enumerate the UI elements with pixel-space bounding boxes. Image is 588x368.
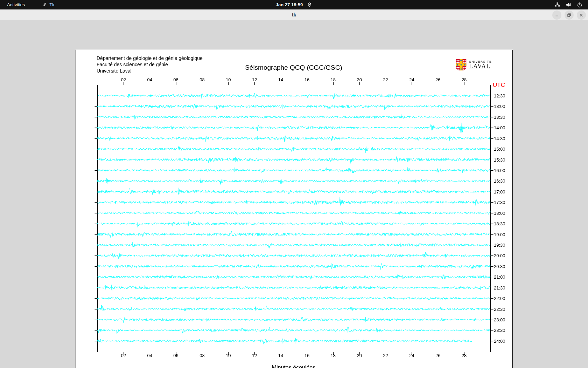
desktop: Activities Tk Jan 27 18:59 xyxy=(0,0,588,368)
window-title: tk xyxy=(0,9,588,20)
laval-wordmark: UNIVERSITÉ LAVAL xyxy=(469,59,492,72)
window-controls xyxy=(552,11,586,20)
utc-axis-label: UTC xyxy=(493,82,505,89)
trace-time-label: 23:30 xyxy=(494,328,505,333)
header-line-1: Département de géologie et de génie géol… xyxy=(97,55,203,61)
x-tick-bottom: 06 xyxy=(173,353,178,358)
x-tick-top: 28 xyxy=(462,77,467,82)
network-wired-icon xyxy=(554,2,560,8)
top-bar-left: Activities Tk xyxy=(0,0,55,9)
trace-time-label: 13:30 xyxy=(494,115,505,120)
x-tick-bottom: 22 xyxy=(383,353,388,358)
clock-menu[interactable]: Jan 27 18:59 xyxy=(276,0,312,9)
x-tick-bottom: 16 xyxy=(304,353,309,358)
trace-time-label: 13:00 xyxy=(494,104,505,109)
notifications-muted-icon xyxy=(307,2,312,7)
universite-laval-logo: UNIVERSITÉ LAVAL xyxy=(455,59,492,72)
trace-time-label: 16:00 xyxy=(494,168,505,173)
top-bar: Activities Tk Jan 27 18:59 xyxy=(0,0,588,9)
x-tick-bottom: 10 xyxy=(226,353,231,358)
x-tick-bottom: 02 xyxy=(121,353,126,358)
x-tick-top: 12 xyxy=(252,77,257,82)
trace-time-label: 19:30 xyxy=(494,243,505,248)
trace-time-label: 18:30 xyxy=(494,221,505,226)
window-content: Département de géologie et de génie géol… xyxy=(0,20,588,368)
volume-icon xyxy=(566,2,572,8)
trace-time-label: 12:30 xyxy=(494,93,505,98)
trace-time-label: 15:30 xyxy=(494,157,505,163)
system-status-area[interactable] xyxy=(554,0,588,9)
focused-app-menu[interactable]: Tk xyxy=(42,2,54,7)
x-tick-bottom: 12 xyxy=(252,353,257,358)
trace-time-label: 22:30 xyxy=(494,307,505,312)
trace-time-label: 21:30 xyxy=(494,285,505,291)
x-tick-top: 14 xyxy=(278,77,283,82)
x-tick-bottom: 28 xyxy=(462,353,467,358)
trace-time-label: 17:30 xyxy=(494,200,505,205)
close-button[interactable] xyxy=(577,11,586,20)
trace-time-label: 16:30 xyxy=(494,178,505,184)
activities-button[interactable]: Activities xyxy=(7,2,25,7)
x-tick-top: 20 xyxy=(357,77,362,82)
trace-time-label: 20:30 xyxy=(494,264,505,269)
x-tick-top: 18 xyxy=(331,77,336,82)
header-line-2: Faculté des sciences et de génie xyxy=(97,61,203,68)
maximize-button[interactable] xyxy=(565,11,574,20)
x-tick-bottom: 14 xyxy=(278,353,283,358)
seismograph-panel: Département de géologie et de génie géol… xyxy=(76,50,513,368)
x-tick-top: 08 xyxy=(200,77,204,82)
x-tick-top: 26 xyxy=(435,77,440,82)
seismograph-plot xyxy=(76,50,512,368)
app-name-label: Tk xyxy=(49,2,54,7)
x-tick-top: 06 xyxy=(173,77,178,82)
x-tick-top: 02 xyxy=(121,77,126,82)
trace-time-label: 21:00 xyxy=(494,274,505,280)
x-tick-bottom: 26 xyxy=(435,353,440,358)
trace-time-label: 18:00 xyxy=(494,211,505,216)
trace-time-label: 22:00 xyxy=(494,296,505,301)
trace-time-label: 23:00 xyxy=(494,317,505,322)
x-tick-top: 22 xyxy=(383,77,388,82)
x-axis-label: Minutes écoulées xyxy=(272,364,316,368)
institution-header: Département de géologie et de génie géol… xyxy=(97,55,203,74)
logo-laval-label: LAVAL xyxy=(469,63,492,69)
trace-time-label: 14:30 xyxy=(494,136,505,141)
window-titlebar: tk xyxy=(0,9,588,20)
x-tick-top: 16 xyxy=(304,77,309,82)
x-tick-bottom: 20 xyxy=(357,353,362,358)
trace-time-label: 14:00 xyxy=(494,125,505,130)
power-icon xyxy=(577,2,582,8)
laval-shield-icon xyxy=(455,59,467,72)
trace-time-label: 17:00 xyxy=(494,189,505,195)
header-line-3: Université Laval xyxy=(97,68,203,74)
x-tick-bottom: 08 xyxy=(200,353,204,358)
x-tick-top: 24 xyxy=(409,77,414,82)
x-tick-top: 10 xyxy=(226,77,231,82)
trace-time-label: 19:00 xyxy=(494,232,505,237)
x-tick-bottom: 18 xyxy=(331,353,336,358)
x-tick-bottom: 24 xyxy=(409,353,414,358)
x-tick-top: 04 xyxy=(147,77,152,82)
trace-time-label: 20:00 xyxy=(494,253,505,258)
x-tick-bottom: 04 xyxy=(147,353,152,358)
minimize-button[interactable] xyxy=(552,11,561,20)
tk-app-icon xyxy=(42,2,47,7)
clock-label: Jan 27 18:59 xyxy=(276,2,303,7)
chart-title: Séismographe QCQ (CGC/GSC) xyxy=(245,64,342,71)
trace-time-label: 24:00 xyxy=(494,339,505,344)
trace-time-label: 15:00 xyxy=(494,146,505,152)
